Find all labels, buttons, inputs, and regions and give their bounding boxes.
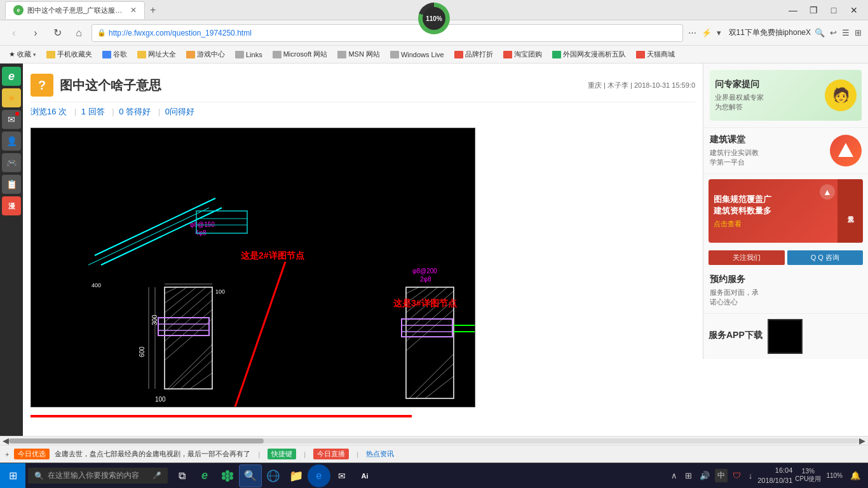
svg-text:这是2#详图节点: 这是2#详图节点	[241, 250, 304, 261]
notification-icon[interactable]: 🔔	[848, 470, 863, 482]
share-icon[interactable]: ⋯	[687, 27, 698, 39]
page-meta: 重庆 | 木子李 | 2018-10-31 15:59:0	[588, 81, 695, 90]
horizontal-scrollbar[interactable]: ◀ ▶	[0, 436, 868, 445]
tray-lang-indicator[interactable]: 中	[715, 469, 728, 482]
ad-red-banner[interactable]: 图集规范覆盖广 建筑资料数量多 点击查看 ▲ 意见反馈	[709, 179, 863, 243]
taskbar-app-mail[interactable]: ✉	[330, 464, 353, 487]
tray-download-icon[interactable]: ↓	[746, 470, 756, 482]
scroll-track[interactable]	[9, 438, 859, 444]
bookmark-brand[interactable]: 品牌打折	[451, 48, 497, 60]
bookmark-mobile[interactable]: 手机收藏夹	[43, 48, 96, 60]
new-tab-button[interactable]: +	[145, 2, 161, 18]
taskbar-app-flower[interactable]	[216, 464, 239, 487]
bookmark-favorites[interactable]: ★ 收藏 ▾	[5, 48, 40, 60]
bookmark-label: 外国网友漫画析五队	[563, 50, 626, 59]
good-count[interactable]: 0 答得好	[119, 107, 151, 116]
sidebar-mail-icon[interactable]: ✉	[2, 110, 21, 129]
promo-text: 双11下单免费抽iphoneX	[729, 27, 811, 38]
sidebar-user-icon[interactable]: 👤	[2, 132, 21, 151]
course-section: 建筑课堂 建筑行业实训教 学第一平台	[703, 128, 868, 174]
refresh-button[interactable]: ↻	[48, 24, 66, 42]
scroll-right-button[interactable]: ▶	[859, 436, 865, 445]
ad-banner-section: 图集规范覆盖广 建筑资料数量多 点击查看 ▲ 意见反馈	[703, 174, 868, 248]
taskbar-app-swirl[interactable]: e	[193, 464, 216, 487]
start-button[interactable]: ⊞	[0, 463, 25, 489]
forward-button[interactable]: ›	[27, 24, 44, 42]
right-sidebar: 问专家提问 业界最权威专家 为您解答 🧑 建筑课堂 建筑行业实训教 学第	[703, 64, 868, 359]
qq-consult-button[interactable]: Q Q 咨询	[787, 250, 864, 265]
today-live-button[interactable]: 今日直播	[313, 449, 349, 459]
tray-volume-icon[interactable]: 🔊	[697, 470, 712, 482]
menu-icon[interactable]: ☰	[841, 27, 851, 39]
bookmarks-bar: ★ 收藏 ▾ 手机收藏夹 谷歌 网址大全 游戏中心 Links Microsof…	[0, 46, 868, 64]
sidebar-clipboard-icon[interactable]: 📋	[2, 175, 21, 194]
news-prev-button[interactable]: +	[5, 451, 9, 458]
svg-text:100: 100	[215, 288, 225, 295]
questions-count[interactable]: 0问得好	[165, 107, 194, 116]
svg-rect-0	[31, 128, 475, 407]
bookmark-taobao[interactable]: 淘宝团购	[499, 48, 546, 60]
sidebar-game-icon[interactable]: 🎮	[2, 153, 21, 172]
address-input[interactable]: 🔒 http://e.fwxgx.com/question_1974250.ht…	[92, 24, 683, 42]
home-button[interactable]: ⌂	[70, 24, 88, 42]
shortcut-button[interactable]: 快捷键	[268, 449, 296, 459]
restore-button[interactable]: ❐	[804, 3, 822, 17]
bookmark-links[interactable]: Links	[231, 50, 266, 60]
scroll-up-icon[interactable]: ▲	[820, 184, 835, 200]
bookmark-windowslive[interactable]: Windows Live	[386, 50, 448, 60]
svg-marker-71	[838, 143, 853, 157]
bookmark-tmall[interactable]: 天猫商城	[632, 48, 679, 60]
tray-clock[interactable]: 16:04 2018/10/31	[757, 466, 792, 485]
taskbar-app-search[interactable]: 🔍	[239, 464, 262, 487]
search-icon[interactable]: 🔍	[813, 27, 826, 39]
folder-icon	[552, 51, 561, 58]
mic-icon[interactable]: 🎤	[153, 471, 161, 480]
svg-point-76	[226, 478, 229, 482]
scroll-thumb[interactable]	[9, 438, 264, 444]
progress-value: 110%	[423, 7, 445, 30]
bookmark-microsoft[interactable]: Microsoft 网站	[269, 48, 332, 60]
history-icon[interactable]: ↩	[829, 27, 838, 39]
maximize-button[interactable]: □	[825, 3, 843, 17]
bookmark-msn[interactable]: MSN 网站	[334, 48, 384, 60]
bookmark-nav[interactable]: 网址大全	[133, 48, 180, 60]
sidebar-star-icon[interactable]: ★	[2, 88, 21, 107]
taskbar-app-ai[interactable]: Ai	[353, 464, 376, 487]
tray-network-icon[interactable]: ⊞	[682, 470, 695, 482]
minimize-button[interactable]: —	[784, 3, 802, 17]
folder-icon	[235, 51, 244, 58]
tray-arrow-icon[interactable]: ∧	[668, 470, 680, 482]
sidebar-manga-icon[interactable]: 漫	[2, 196, 21, 215]
browser-tab[interactable]: e 图中这个啥子意思_广联达服务新 ✕	[5, 1, 145, 19]
tray-antivirus-icon[interactable]: 🛡	[730, 470, 743, 482]
bookmark-google[interactable]: 谷歌	[98, 48, 131, 60]
sidebar-home-icon[interactable]: e	[2, 67, 21, 86]
close-button[interactable]: ✕	[845, 3, 863, 17]
taskbar-tray: ∧ ⊞ 🔊 中 🛡 ↓ 16:04 2018/10/31 13% CPU使用 1…	[668, 466, 868, 485]
follow-us-button[interactable]: 关注我们	[709, 250, 785, 265]
dropdown-icon[interactable]: ▾	[715, 27, 722, 39]
feedback-button[interactable]: 意见反馈	[837, 179, 863, 243]
svg-point-78	[222, 472, 226, 476]
lightning-icon[interactable]: ⚡	[700, 27, 713, 39]
bookmark-games[interactable]: 游戏中心	[182, 48, 229, 60]
course-title: 建筑课堂	[710, 134, 825, 146]
address-bar-icons: ⋯ ⚡ ▾	[687, 27, 722, 39]
back-button[interactable]: ‹	[5, 24, 23, 42]
bookmark-label: 淘宝团购	[514, 50, 542, 59]
grid-icon[interactable]: ⊞	[853, 27, 863, 39]
taskbar-app-browser[interactable]	[262, 464, 285, 487]
answers-count[interactable]: 1 回答	[81, 107, 105, 116]
bookmark-foreign[interactable]: 外国网友漫画析五队	[548, 48, 630, 60]
scroll-left-button[interactable]: ◀	[3, 436, 9, 445]
taskbar-app-edge[interactable]: e	[308, 464, 330, 487]
star-icon: ★	[9, 50, 15, 58]
svg-point-72	[226, 474, 229, 478]
views-count[interactable]: 浏览16 次	[31, 107, 67, 116]
hot-news-button[interactable]: 热点资讯	[366, 449, 394, 459]
tab-close-button[interactable]: ✕	[130, 6, 137, 15]
taskbar-search[interactable]: 🔍 在这里输入你要搜索的内容 🎤	[28, 468, 168, 484]
taskbar-app-folder[interactable]: 📁	[285, 464, 308, 487]
task-view-button[interactable]: ⧉	[170, 464, 193, 487]
ad-link[interactable]: 点击查看	[714, 219, 858, 229]
